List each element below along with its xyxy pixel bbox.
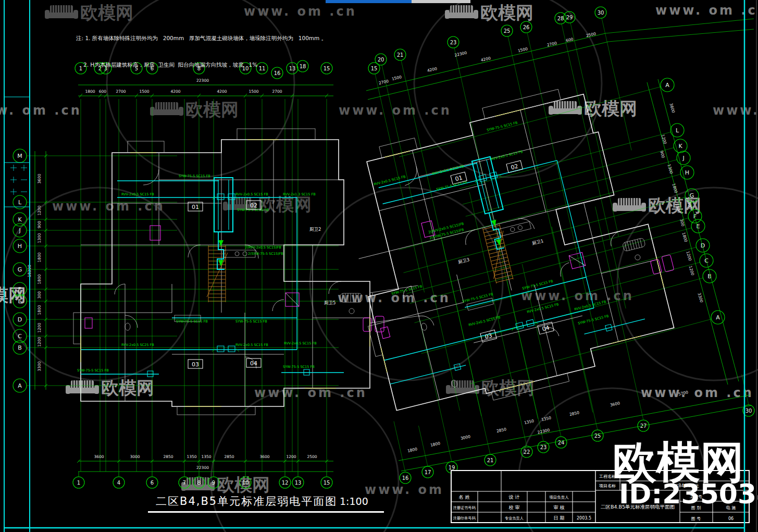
dimension-label: 1200 bbox=[37, 205, 42, 215]
titleblock-text: 图 号 bbox=[691, 516, 701, 521]
dimension-label: 3600 bbox=[259, 454, 269, 459]
grid-bubble-label: 28 bbox=[557, 16, 564, 21]
grid-bubble-label: 4 bbox=[117, 480, 120, 486]
grid-bubble-label: L bbox=[676, 127, 679, 134]
grid-bubble-label: 6 bbox=[151, 480, 154, 486]
frame-line bbox=[10, 165, 27, 195]
title-underline bbox=[148, 511, 384, 513]
grid-bubble-label: J bbox=[682, 155, 684, 162]
dimension-label: 2700 bbox=[116, 89, 126, 94]
dimension-label: 3000 bbox=[130, 454, 140, 459]
dimension-label: 2850 bbox=[496, 427, 507, 434]
dimension-label: 900 bbox=[659, 150, 665, 158]
watermark-item: www. om .cn bbox=[52, 199, 165, 214]
sofa-icon bbox=[613, 198, 646, 212]
cable-label: SYW-75-5 SC15 FB bbox=[462, 292, 494, 304]
cable-label: SYW-75-5 SC15 FB bbox=[176, 319, 208, 324]
unit-number: 03 bbox=[188, 360, 203, 368]
grid-bubble-label: 12 bbox=[282, 480, 289, 486]
dimension-label: 1300 bbox=[667, 164, 674, 175]
grid-line bbox=[658, 79, 739, 381]
watermark-url-text: www. om .cn bbox=[641, 386, 754, 400]
unit-number-label: 02 bbox=[250, 202, 257, 209]
watermark-brand-big: 欧模网 bbox=[613, 440, 744, 484]
titleblock-text: 注册印章号码 bbox=[453, 516, 475, 521]
grid-bubble-label: D bbox=[701, 242, 705, 249]
grid-bubble-label: 10 bbox=[242, 480, 249, 486]
dimension-label: 1200 bbox=[661, 134, 668, 145]
dimension-label: 1500 bbox=[248, 89, 258, 94]
grid-bubble-label: 23 bbox=[450, 40, 457, 45]
watermark-id-big: ID:2350340 bbox=[619, 480, 758, 508]
grid-line bbox=[647, 82, 728, 385]
grid-bubble-label: 16 bbox=[402, 475, 409, 481]
dimension-label: 1800 bbox=[37, 274, 42, 284]
watermark-url-text: www. om .cn bbox=[655, 3, 758, 18]
dimension-label: 3300 bbox=[37, 361, 42, 371]
dimension-label: 1300 bbox=[37, 233, 42, 243]
dimension-label: 2850 bbox=[224, 454, 234, 459]
sofa-icon bbox=[446, 380, 479, 394]
watermark-ring bbox=[414, 0, 602, 177]
dimension-label: 1800 bbox=[672, 183, 679, 194]
grid-line bbox=[489, 262, 700, 319]
titleblock-text: 校 审 bbox=[509, 505, 520, 510]
watermark-url-text: www. om .cn bbox=[713, 103, 758, 118]
grid-bubble-label: A bbox=[18, 382, 22, 389]
dimension-label: 2500 bbox=[307, 454, 317, 459]
dimension-label: 1200 bbox=[688, 265, 695, 276]
grid-bubble-label: E bbox=[18, 298, 22, 305]
watermark-brand-text: 欧模网 bbox=[584, 98, 637, 119]
dimension-label: 2850 bbox=[163, 454, 173, 459]
grid-line bbox=[470, 319, 712, 383]
room-label: 厨卫2 bbox=[309, 227, 321, 232]
watermark-item: www. om .cn bbox=[641, 386, 754, 400]
grid-bubble-label: J bbox=[18, 227, 20, 234]
grid-line bbox=[135, 94, 138, 97]
cable-label: RVV-2x0.5 SC15 FB bbox=[284, 341, 317, 345]
grid-bubble-label: 1 bbox=[77, 480, 80, 486]
drawing-scale: 1:100 bbox=[340, 496, 368, 507]
dimension-label: 900 bbox=[37, 221, 42, 229]
watermark-item: 欧模网 bbox=[181, 474, 270, 495]
cable-label: SYW-75-5 SC15 FB bbox=[235, 319, 267, 324]
watermark-item: www. om .cn bbox=[0, 103, 82, 118]
watermark-ring bbox=[617, 188, 758, 380]
dimension-label: 1500 bbox=[139, 89, 149, 94]
watermark-url-text: www. om .cn bbox=[52, 199, 165, 214]
building-b4 bbox=[73, 129, 384, 415]
grid-line bbox=[79, 94, 82, 97]
unit-number-label: 04 bbox=[541, 324, 550, 332]
grid-bubble-label: F bbox=[18, 286, 21, 293]
room-label: 厨卫1 bbox=[531, 238, 544, 246]
unit-number: 04 bbox=[246, 358, 261, 367]
cable-label: SYW-75-5 SC15 FB bbox=[77, 368, 109, 373]
grid-bubble-label: 29 bbox=[566, 15, 573, 20]
cable-label: RVV-2x0.5 SC15 FB bbox=[491, 150, 524, 162]
plan-labels: SYW-75-5 SC15 FBRVV-2x0.5 SC15 FBRVV-2x0… bbox=[77, 121, 609, 373]
grid-bubble-label: K bbox=[678, 143, 682, 150]
dimension-label: 1350 bbox=[187, 454, 196, 459]
grid-bubble-label: 24 bbox=[558, 440, 565, 446]
titleblock-text: 日 期 bbox=[554, 515, 565, 521]
titleblock-text: 2003.5 bbox=[577, 516, 591, 521]
titleblock-text: 设 计 bbox=[509, 494, 520, 500]
grid-bubble-label: 19 bbox=[449, 465, 455, 471]
grid-bubble-label: 21 bbox=[487, 457, 494, 463]
dimension-label: 1200 bbox=[37, 323, 42, 332]
grid-line bbox=[441, 236, 490, 454]
cable-label: 2(RVV-2x0.5 SC15)FB bbox=[245, 245, 281, 250]
watermark-brand-text: 欧模网 bbox=[101, 377, 154, 398]
grid-bubble-label: L bbox=[18, 199, 22, 206]
grid-bubble-label: 7 bbox=[183, 480, 186, 486]
dimension-label: 3600 bbox=[610, 401, 620, 407]
dimension-label: 1350 bbox=[541, 415, 552, 422]
grid-line bbox=[197, 94, 201, 97]
dimension-label: 22300 bbox=[454, 50, 467, 57]
watermark-item: www. om .cn bbox=[655, 3, 758, 18]
unit-number-label: 04 bbox=[250, 360, 257, 367]
watermark-url-text: www. om .cn bbox=[0, 103, 82, 118]
sofa-icon bbox=[66, 380, 99, 394]
grid-bubble-label: 22 bbox=[524, 449, 530, 455]
grid-bubble-label: 8 bbox=[197, 480, 201, 486]
